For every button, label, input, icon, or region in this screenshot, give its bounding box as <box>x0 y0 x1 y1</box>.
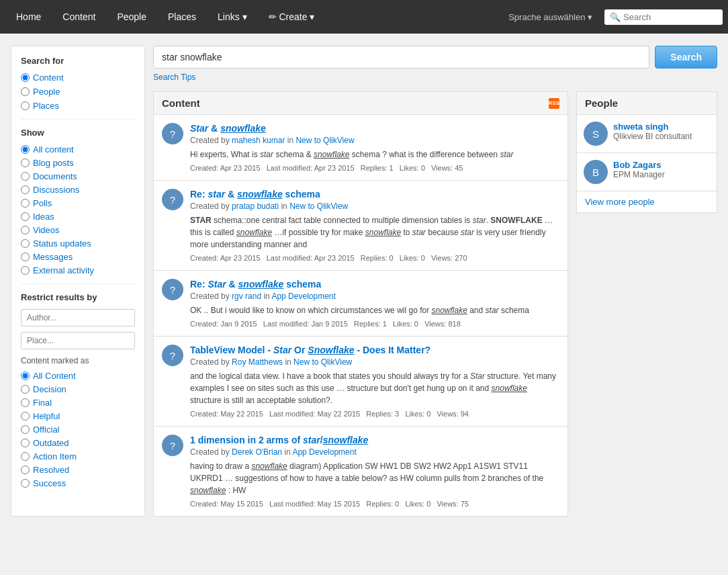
result-title-3[interactable]: Re: Star & snowflake schema <box>190 279 559 290</box>
avatar-2: ? <box>162 189 183 210</box>
result-snippet-3: OK .. But i would like to know on which … <box>190 304 559 316</box>
show-section: Show All content Blog posts Documents Di… <box>21 128 135 275</box>
result-title-4[interactable]: TableView Model - Star Or Snowflake - Do… <box>190 345 559 355</box>
top-nav: Home Content People Places Links ▾ ✏ Cre… <box>0 0 728 34</box>
sidebar: Search for Content People Places Show Al… <box>11 46 145 517</box>
search-button[interactable]: Search <box>655 46 717 69</box>
lang-selector[interactable]: Sprache auswählen ▾ <box>500 12 600 22</box>
show-all[interactable]: All content <box>21 144 135 154</box>
show-documents[interactable]: Documents <box>21 171 135 181</box>
content-area: Search Search Tips Content RSS ? Star & … <box>153 46 717 517</box>
show-ideas[interactable]: Ideas <box>21 212 135 222</box>
search-for-people[interactable]: People <box>21 87 135 97</box>
people-header: People <box>576 91 717 115</box>
result-stats-5: Created: May 15 2015 Last modified: May … <box>190 500 559 508</box>
nav-content[interactable]: Content <box>52 0 106 34</box>
person-name-1[interactable]: shweta singh <box>613 122 692 132</box>
view-more-people[interactable]: View more people <box>576 191 717 213</box>
result-snippet-4: and the logical data view. I have a book… <box>190 370 559 406</box>
show-videos[interactable]: Videos <box>21 225 135 235</box>
marked-resolved[interactable]: Resolved <box>21 465 135 475</box>
content-marked-title: Content marked as <box>21 356 135 365</box>
content-header-title: Content <box>162 97 200 109</box>
marked-decision[interactable]: Decision <box>21 384 135 394</box>
result-item-2: ? Re: star & snowflake schema Created by… <box>153 181 568 271</box>
marked-final[interactable]: Final <box>21 398 135 408</box>
show-discussions[interactable]: Discussions <box>21 185 135 195</box>
rss-icon[interactable]: RSS <box>549 98 559 109</box>
marked-outdated[interactable]: Outdated <box>21 438 135 448</box>
result-item-1: ? Star & snowflake Created by mahesh kum… <box>153 115 568 181</box>
person-item-1[interactable]: S shweta singh Qlikview BI consultant <box>576 115 717 153</box>
person-title-2: EPM Manager <box>613 170 665 179</box>
content-header: Content RSS <box>153 91 568 115</box>
content-marked-section: Content marked as All Content Decision F… <box>21 356 135 488</box>
top-search-bar[interactable]: 🔍 <box>604 9 723 25</box>
result-meta-1: Created by mahesh kumar in New to QlikVi… <box>190 136 559 145</box>
person-name-2[interactable]: Bob Zagars <box>613 160 665 170</box>
result-item-3: ? Re: Star & snowflake schema Created by… <box>153 271 568 337</box>
search-row: Search <box>153 46 717 69</box>
result-title-2[interactable]: Re: star & snowflake schema <box>190 189 559 200</box>
result-snippet-2: STAR schema::one central fact table conn… <box>190 214 559 251</box>
nav-create[interactable]: ✏ Create ▾ <box>258 0 326 34</box>
show-status[interactable]: Status updates <box>21 238 135 249</box>
nav-links[interactable]: Links ▾ <box>207 0 258 34</box>
result-title-1[interactable]: Star & snowflake <box>190 123 559 134</box>
restrict-section: Restrict results by <box>21 292 135 356</box>
avatar-3: ? <box>162 279 183 300</box>
avatar-1: ? <box>162 123 183 144</box>
marked-all[interactable]: All Content <box>21 371 135 381</box>
show-blog[interactable]: Blog posts <box>21 158 135 168</box>
result-meta-4: Created by Roy Matthews in New to QlikVi… <box>190 357 559 367</box>
show-polls[interactable]: Polls <box>21 198 135 208</box>
search-for-people-label: People <box>33 87 60 97</box>
result-item-5: ? 1 dimension in 2 arms of star/snowflak… <box>153 427 568 517</box>
person-avatar-2: B <box>584 160 608 184</box>
show-external[interactable]: External activity <box>21 265 135 275</box>
person-avatar-1: S <box>584 122 608 146</box>
result-meta-2: Created by pratap budati in New to QlikV… <box>190 202 559 211</box>
nav-places[interactable]: Places <box>157 0 207 34</box>
marked-official[interactable]: Official <box>21 425 135 435</box>
person-title-1: Qlikview BI consultant <box>613 132 692 141</box>
search-for-places-label: Places <box>33 101 59 111</box>
marked-success[interactable]: Success <box>21 478 135 488</box>
main-search-input[interactable] <box>153 46 649 69</box>
result-title-5[interactable]: 1 dimension in 2 arms of star/snowflake <box>190 435 559 445</box>
top-search-input[interactable] <box>623 12 717 22</box>
show-messages[interactable]: Messages <box>21 252 135 262</box>
nav-people[interactable]: People <box>106 0 157 34</box>
person-item-2[interactable]: B Bob Zagars EPM Manager <box>576 153 717 191</box>
result-item-4: ? TableView Model - Star Or Snowflake - … <box>153 337 568 427</box>
result-stats-2: Created: Apr 23 2015 Last modified: Apr … <box>190 254 559 262</box>
result-snippet-1: Hi experts, What is star schema & snowfl… <box>190 148 559 161</box>
nav-home[interactable]: Home <box>5 0 52 34</box>
result-stats-4: Created: May 22 2015 Last modified: May … <box>190 410 559 418</box>
author-input[interactable] <box>21 309 135 326</box>
result-stats-3: Created: Jan 9 2015 Last modified: Jan 9… <box>190 320 559 328</box>
search-icon: 🔍 <box>610 12 621 22</box>
show-title: Show <box>21 128 135 138</box>
restrict-title: Restrict results by <box>21 292 135 302</box>
search-for-places[interactable]: Places <box>21 101 135 111</box>
place-input[interactable] <box>21 332 135 349</box>
marked-helpful[interactable]: Helpful <box>21 411 135 421</box>
search-tips-link[interactable]: Search Tips <box>153 73 717 82</box>
search-for-content[interactable]: Content <box>21 73 135 83</box>
result-stats-1: Created: Apr 23 2015 Last modified: Apr … <box>190 164 559 172</box>
search-for-title: Search for <box>21 56 135 66</box>
people-panel: People S shweta singh Qlikview BI consul… <box>576 91 717 517</box>
result-meta-3: Created by rgv rand in App Development <box>190 292 559 301</box>
result-snippet-5: having to draw a snowflake diagram) Appl… <box>190 460 559 496</box>
marked-action[interactable]: Action Item <box>21 451 135 461</box>
search-for-content-label: Content <box>33 73 64 83</box>
result-meta-5: Created by Derek O'Brian in App Developm… <box>190 447 559 457</box>
avatar-5: ? <box>162 435 183 456</box>
search-for-section: Search for Content People Places <box>21 56 135 111</box>
content-results: Content RSS ? Star & snowflake Created b… <box>153 91 568 517</box>
avatar-4: ? <box>162 345 183 366</box>
